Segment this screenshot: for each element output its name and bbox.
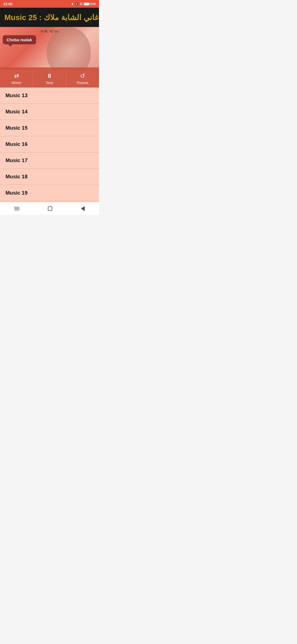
music-list-item-15[interactable]: Music 15 bbox=[0, 120, 99, 136]
music-list: Music 13Music 14Music 15Music 16Music 17… bbox=[0, 88, 99, 202]
back-icon bbox=[81, 206, 85, 211]
shuffle-icon: ⇄ bbox=[14, 72, 19, 80]
shuffle-label: Mixed bbox=[12, 81, 21, 85]
artist-name: Cheba malak bbox=[7, 37, 32, 42]
menu-icon bbox=[14, 207, 19, 210]
back-button[interactable] bbox=[75, 204, 90, 213]
repeat-button[interactable]: ↺ Repeat bbox=[66, 70, 99, 88]
shuffle-button[interactable]: ⇄ Mixed bbox=[0, 70, 33, 88]
bluetooth-icon: ∗ bbox=[71, 2, 74, 6]
music-list-item-17[interactable]: Music 17 bbox=[0, 152, 99, 169]
home-button[interactable] bbox=[42, 204, 58, 213]
app-title: بيق اغاني الشابة ملاك : Music 25 bbox=[4, 13, 99, 22]
stop-label: Stop bbox=[46, 81, 53, 85]
volume-icon: 🔇 bbox=[75, 2, 79, 6]
battery-label: 100 bbox=[91, 2, 96, 6]
app-header: بيق اغاني الشابة ملاك : Music 25 bbox=[0, 8, 99, 27]
stop-button[interactable]: ⏸ Stop bbox=[33, 70, 66, 88]
time-display: 22:05 bbox=[3, 2, 12, 6]
player-section: 4 dk. 42 sn Cheba malak ⇄ Mixed ⏸ Stop ↺… bbox=[0, 27, 99, 88]
navigation-bar bbox=[0, 202, 99, 215]
music-list-item-13[interactable]: Music 13 bbox=[0, 88, 99, 104]
player-controls: ⇄ Mixed ⏸ Stop ↺ Repeat bbox=[0, 67, 99, 88]
music-list-item-19[interactable]: Music 19 bbox=[0, 185, 99, 201]
battery-icon bbox=[84, 2, 90, 6]
music-list-item-16[interactable]: Music 16 bbox=[0, 136, 99, 152]
music-list-item-18[interactable]: Music 18 bbox=[0, 169, 99, 185]
repeat-label: Repeat bbox=[77, 81, 88, 85]
track-duration: 4 dk. 42 sn bbox=[41, 29, 58, 33]
music-list-item-14[interactable]: Music 14 bbox=[0, 104, 99, 120]
home-icon bbox=[48, 206, 52, 211]
status-bar: 22:05 ∗ 🔇 ☰ 100 bbox=[0, 0, 99, 8]
status-icons: ∗ 🔇 ☰ 100 bbox=[71, 2, 96, 6]
stop-icon: ⏸ bbox=[46, 72, 53, 80]
artist-label-bubble: Cheba malak bbox=[3, 35, 36, 44]
signal-icon: ☰ bbox=[80, 2, 82, 6]
repeat-icon: ↺ bbox=[80, 72, 85, 80]
menu-button[interactable] bbox=[9, 205, 25, 212]
